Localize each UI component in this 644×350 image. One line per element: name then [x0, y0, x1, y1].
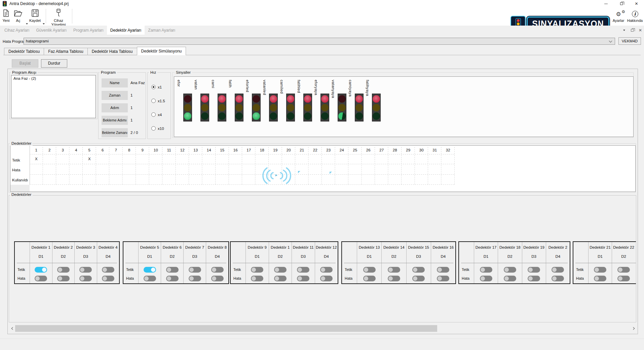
- open-button[interactable]: Aç: [12, 8, 24, 25]
- error-program-combobox[interactable]: hataprogrami: [24, 38, 615, 45]
- tetik-toggle[interactable]: [35, 267, 47, 273]
- tetik-toggle[interactable]: [274, 267, 287, 273]
- tetik-toggle[interactable]: [57, 267, 70, 273]
- mdi-close-icon[interactable]: ✕: [637, 26, 644, 35]
- hata-toggle[interactable]: [504, 276, 516, 281]
- hata-toggle[interactable]: [274, 276, 287, 281]
- scrollbar-thumb[interactable]: [15, 325, 437, 332]
- tetik-toggle[interactable]: [594, 267, 606, 273]
- open-dropdown-caret[interactable]: [26, 23, 28, 25]
- hata-toggle[interactable]: [166, 276, 179, 281]
- signal-label: fatihled: [297, 80, 301, 93]
- speed-x1-5-radio[interactable]: [151, 99, 156, 103]
- tab-dedektor-tablosu[interactable]: Dedektör Tablosu: [4, 48, 44, 55]
- hata-toggle[interactable]: [528, 276, 540, 281]
- signal-label: cami: [211, 80, 215, 88]
- mdi-caret-down-icon[interactable]: [620, 26, 628, 35]
- hata-toggle[interactable]: [363, 276, 376, 281]
- settings-button[interactable]: ⚙⚙ Ayarlar: [611, 8, 626, 25]
- hata-toggle[interactable]: [388, 276, 400, 281]
- start-button[interactable]: Başlat: [12, 59, 38, 68]
- tetik-toggle[interactable]: [79, 267, 92, 273]
- tetik-toggle[interactable]: [166, 267, 179, 273]
- close-button[interactable]: ✕: [629, 0, 644, 7]
- device-management-button[interactable]: Cihaz Yönetimi: [47, 8, 70, 25]
- hata-toggle[interactable]: [412, 276, 425, 281]
- tetik-toggle[interactable]: [388, 267, 400, 273]
- tetik-toggle[interactable]: [412, 267, 425, 273]
- speed-x4-radio[interactable]: [151, 112, 156, 117]
- program-zaman-field-button[interactable]: Zaman: [102, 91, 128, 100]
- tetik-toggle[interactable]: [320, 267, 333, 273]
- program-name-field-button[interactable]: Name: [102, 78, 128, 88]
- tab-guvenlik-ayarlari[interactable]: Güvenlik Ayarları: [33, 26, 70, 35]
- program-adim-field-button[interactable]: Adım: [102, 103, 128, 112]
- tetik-toggle[interactable]: [363, 267, 376, 273]
- mdi-restore-icon[interactable]: [629, 26, 636, 35]
- new-button[interactable]: Yeni: [1, 8, 11, 25]
- tab-zaman-ayarlari[interactable]: Zaman Ayarları: [145, 26, 179, 35]
- hata-toggle[interactable]: [552, 276, 564, 281]
- tetik-toggle[interactable]: [617, 267, 630, 273]
- hata-toggle[interactable]: [35, 276, 47, 281]
- hata-toggle[interactable]: [437, 276, 449, 281]
- hata-toggle[interactable]: [251, 276, 263, 281]
- panel-row-label-hata: Hata: [576, 276, 584, 281]
- tetik-toggle[interactable]: [297, 267, 309, 273]
- program-flow-item[interactable]: Ana Faz - (2): [11, 75, 96, 81]
- tetik-toggle[interactable]: [211, 267, 224, 273]
- save-dropdown-caret[interactable]: [43, 23, 45, 25]
- hata-toggle[interactable]: [211, 276, 224, 281]
- maximize-button[interactable]: [614, 0, 629, 7]
- tetik-toggle[interactable]: [437, 267, 449, 273]
- red-lamp: [184, 95, 191, 103]
- tetik-toggle[interactable]: [504, 267, 516, 273]
- hata-toggle[interactable]: [79, 276, 92, 281]
- hata-toggle[interactable]: [189, 276, 201, 281]
- device-id-button[interactable]: VEKM4D: [618, 37, 641, 45]
- hata-toggle[interactable]: [144, 276, 156, 281]
- toolbar-separator: [46, 9, 46, 24]
- hata-toggle[interactable]: [320, 276, 333, 281]
- stop-button[interactable]: Durdur: [41, 59, 67, 68]
- tab-dedektor-ayarlari[interactable]: Dedektör Ayarları: [107, 26, 145, 35]
- hata-toggle[interactable]: [57, 276, 70, 281]
- tetik-toggle[interactable]: [144, 267, 156, 273]
- hata-toggle[interactable]: [617, 276, 630, 281]
- tab-dedektor-hata-tablosu[interactable]: Dedektör Hata Tablosu: [88, 48, 137, 55]
- tab-faz-atlama-tablosu[interactable]: Faz Atlama Tablosu: [44, 48, 88, 55]
- tetik-toggle[interactable]: [251, 267, 263, 273]
- horizontal-scrollbar[interactable]: [9, 325, 637, 332]
- hata-toggle[interactable]: [594, 276, 606, 281]
- speed-x1-radio[interactable]: [151, 85, 156, 89]
- detector-channel: D1: [589, 254, 612, 258]
- program-bekleme-zamani-field-button[interactable]: Bekleme Zamanı: [102, 128, 128, 137]
- tab-cihaz-ayarlari[interactable]: Cihaz Ayarları: [1, 26, 33, 35]
- traffic-light: [183, 94, 192, 121]
- hata-toggle[interactable]: [480, 276, 492, 281]
- program-group-label: Program: [100, 70, 117, 75]
- hata-toggle[interactable]: [102, 276, 114, 281]
- tab-program-ayarlari[interactable]: Program Ayarları: [70, 26, 107, 35]
- signal-label: camiyaya: [348, 80, 352, 97]
- row-label-tetik: Tetik: [12, 156, 29, 164]
- tetik-toggle[interactable]: [528, 267, 540, 273]
- red-lamp: [218, 95, 226, 103]
- about-button[interactable]: i Hakkında: [627, 8, 643, 25]
- tetik-toggle[interactable]: [189, 267, 201, 273]
- tetik-toggle[interactable]: [480, 267, 492, 273]
- hata-toggle[interactable]: [297, 276, 309, 281]
- save-button[interactable]: Kaydet: [28, 8, 42, 25]
- traffic-light: [252, 94, 261, 121]
- tab-dedektor-simulasyonu[interactable]: Dedektör Simülasyonu: [137, 47, 186, 55]
- minimize-button[interactable]: [598, 0, 613, 7]
- speed-x10-radio[interactable]: [151, 126, 156, 131]
- traffic-light: [235, 94, 243, 121]
- scroll-right-button[interactable]: [631, 325, 637, 332]
- tetik-toggle[interactable]: [102, 267, 114, 273]
- watermark-fragment: [330, 172, 332, 174]
- app-icon-green-dot: [4, 5, 5, 6]
- program-bekleme-adimi-field-button[interactable]: Bekleme Adımı: [102, 116, 128, 125]
- scroll-left-button[interactable]: [9, 325, 15, 332]
- tetik-toggle[interactable]: [552, 267, 564, 273]
